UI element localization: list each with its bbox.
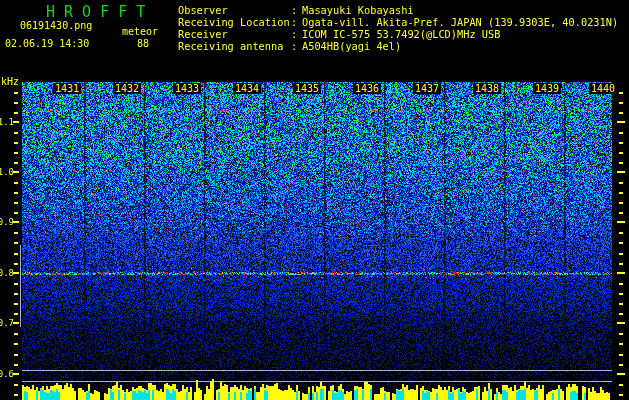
time-tick-label: 1432 [113, 83, 141, 94]
time-tick-label: 1437 [413, 83, 441, 94]
info-colon: : [291, 16, 302, 28]
date-time: 02.06.19 14:30 [5, 38, 89, 49]
hrofft-screen: H R O F F T 06191430.png meteor 02.06.19… [0, 0, 629, 400]
app-title: H R O F F T [46, 3, 145, 21]
time-tick-label: 1440 [589, 83, 617, 94]
output-filename: 06191430.png [20, 20, 92, 31]
time-tick-label: 1439 [533, 83, 561, 94]
info-label: Receiving Location [178, 16, 291, 28]
info-row-observer: Observer:Masayuki Kobayashi [178, 4, 618, 16]
freq-tick-label: 1.1 [0, 117, 14, 127]
freq-tick-label: 0.6 [0, 369, 14, 379]
info-value: A504HB(yagi 4el) [302, 40, 401, 52]
station-info: Observer:Masayuki Kobayashi Receiving Lo… [178, 4, 618, 52]
spectrogram-canvas [0, 0, 629, 400]
info-colon: : [291, 4, 302, 16]
mode-label: meteor [122, 26, 158, 37]
info-row-receiver: Receiver:ICOM IC-575 53.7492(@LCD)MHz US… [178, 28, 618, 40]
info-label: Receiving antenna [178, 40, 291, 52]
time-tick-label: 1433 [173, 83, 201, 94]
info-row-location: Receiving Location:Ogata-vill. Akita-Pre… [178, 16, 618, 28]
info-label: Receiver [178, 28, 291, 40]
info-value: Masayuki Kobayashi [302, 4, 414, 16]
info-value: Ogata-vill. Akita-Pref. JAPAN (139.9303E… [302, 16, 618, 28]
time-tick-label: 1438 [473, 83, 501, 94]
freq-axis-unit: kHz [1, 76, 19, 87]
time-tick-label: 1434 [233, 83, 261, 94]
info-colon: : [291, 28, 302, 40]
info-row-antenna: Receiving antenna:A504HB(yagi 4el) [178, 40, 618, 52]
info-colon: : [291, 40, 302, 52]
time-tick-label: 1435 [293, 83, 321, 94]
freq-tick-label: 0.8 [0, 268, 14, 278]
time-tick-label: 1436 [353, 83, 381, 94]
freq-tick-label: 0.7 [0, 318, 14, 328]
info-value: ICOM IC-575 53.7492(@LCD)MHz USB [302, 28, 500, 40]
info-label: Observer [178, 4, 291, 16]
echo-count: 88 [137, 38, 149, 49]
freq-tick-label: 1.0 [0, 167, 14, 177]
time-tick-label: 1431 [53, 83, 81, 94]
freq-tick-label: 0.9 [0, 217, 14, 227]
